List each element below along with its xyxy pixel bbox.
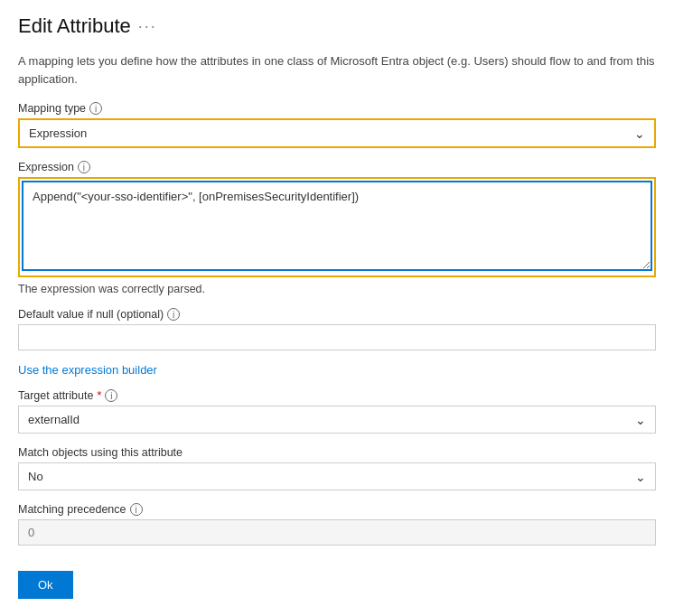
mapping-type-label: Mapping type i <box>18 102 656 115</box>
target-attribute-select[interactable]: externalId userName emails[type eq "work… <box>19 406 655 433</box>
default-value-info-icon: i <box>167 308 180 321</box>
match-objects-section: Match objects using this attribute No Ye… <box>18 446 656 490</box>
expression-label: Expression i <box>18 161 656 173</box>
default-value-section: Default value if null (optional) i <box>18 308 656 350</box>
expression-info-icon: i <box>78 161 90 173</box>
target-attribute-select-wrapper: externalId userName emails[type eq "work… <box>18 406 656 434</box>
mapping-type-select[interactable]: Expression Direct Constant <box>20 120 654 146</box>
expression-section: Expression i <box>18 161 656 277</box>
matching-precedence-input[interactable] <box>18 519 656 546</box>
page-title: Edit Attribute <box>18 14 131 38</box>
matching-precedence-info-icon: i <box>130 503 143 516</box>
matching-precedence-label: Matching precedence i <box>18 503 656 516</box>
default-value-input[interactable] <box>18 324 656 350</box>
parsed-success-message: The expression was correctly parsed. <box>18 283 656 295</box>
target-attribute-required-star: * <box>97 389 101 402</box>
mapping-type-section: Mapping type i Expression Direct Constan… <box>18 102 656 148</box>
expression-textarea[interactable] <box>22 181 652 271</box>
mapping-type-select-wrapper: Expression Direct Constant ⌄ <box>18 118 656 148</box>
target-attribute-section: Target attribute * i externalId userName… <box>18 389 656 434</box>
target-attribute-label: Target attribute * i <box>18 389 656 402</box>
mapping-type-info-icon: i <box>89 102 102 115</box>
expression-builder-link[interactable]: Use the expression builder <box>18 363 157 377</box>
matching-precedence-section: Matching precedence i <box>18 503 656 546</box>
target-attribute-info-icon: i <box>105 389 117 402</box>
page-description: A mapping lets you define how the attrib… <box>18 52 656 88</box>
default-value-label: Default value if null (optional) i <box>18 308 656 321</box>
expression-outer-border <box>18 177 656 277</box>
ok-button[interactable]: Ok <box>18 571 73 599</box>
match-objects-select-wrapper: No Yes ⌄ <box>18 462 656 490</box>
match-objects-label: Match objects using this attribute <box>18 446 656 459</box>
page-title-ellipsis: ··· <box>138 17 157 36</box>
match-objects-select[interactable]: No Yes <box>19 463 655 490</box>
